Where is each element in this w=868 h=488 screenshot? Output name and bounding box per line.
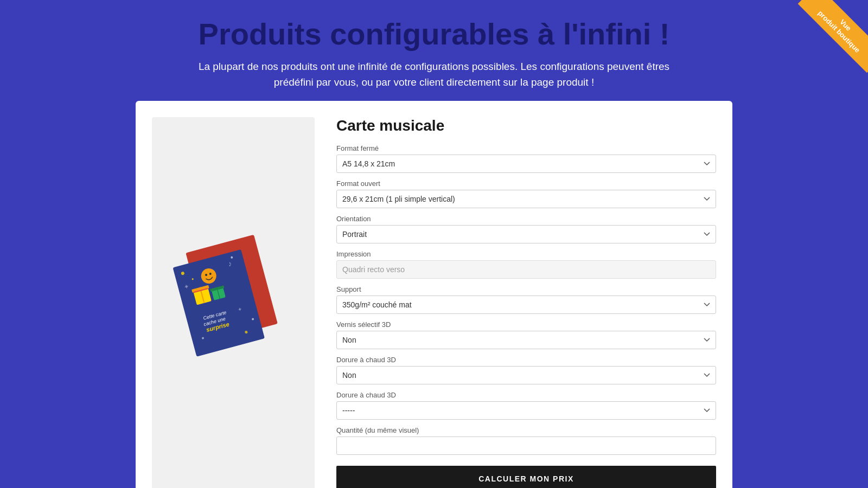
input-impression (336, 260, 716, 279)
label-dorure-3d-1: Dorure à chaud 3D (336, 356, 716, 364)
product-form: Carte musicale Format fermé A5 14,8 x 21… (336, 117, 716, 488)
select-format-ouvert[interactable]: 29,6 x 21cm (1 pli simple vertical) (336, 190, 716, 208)
field-support: Support 350g/m² couché mat (336, 285, 716, 314)
field-dorure-3d-2: Dorure à chaud 3D ----- (336, 391, 716, 420)
label-vernis-3d: Vernis sélectif 3D (336, 320, 716, 329)
label-orientation: Orientation (336, 215, 716, 223)
label-quantite: Quantité (du même visuel) (336, 426, 716, 434)
product-illustration: Cette carte cache une surprise ♪ ✦ ✦ (168, 226, 298, 383)
calculate-price-button[interactable]: CALCULER MON PRIX (336, 466, 716, 488)
select-format-ferme[interactable]: A5 14,8 x 21cm (336, 155, 716, 173)
page-subtitle: La plupart de nos produits ont une infin… (11, 59, 857, 90)
label-impression: Impression (336, 250, 716, 258)
select-orientation[interactable]: Portrait (336, 225, 716, 243)
select-support[interactable]: 350g/m² couché mat (336, 296, 716, 314)
label-dorure-3d-2: Dorure à chaud 3D (336, 391, 716, 399)
corner-ribbon-text: Vue produit boutique (798, 0, 868, 73)
field-format-ferme: Format fermé A5 14,8 x 21cm (336, 144, 716, 173)
product-card: Cette carte cache une surprise ♪ ✦ ✦ Car… (136, 101, 732, 488)
page-header: Produits configurables à l'infini ! La p… (0, 0, 868, 101)
input-quantite[interactable] (336, 436, 716, 455)
product-image-area: Cette carte cache une surprise ♪ ✦ ✦ (152, 117, 315, 488)
field-orientation: Orientation Portrait (336, 215, 716, 243)
label-format-ferme: Format fermé (336, 144, 716, 152)
select-vernis-3d[interactable]: Non (336, 331, 716, 349)
field-dorure-3d-1: Dorure à chaud 3D Non (336, 356, 716, 384)
field-vernis-3d: Vernis sélectif 3D Non (336, 320, 716, 349)
field-impression: Impression (336, 250, 716, 279)
page-title: Produits configurables à l'infini ! (11, 16, 857, 52)
product-title: Carte musicale (336, 117, 716, 134)
field-quantite: Quantité (du même visuel) (336, 426, 716, 455)
select-dorure-3d-1[interactable]: Non (336, 366, 716, 384)
label-format-ouvert: Format ouvert (336, 179, 716, 188)
select-dorure-3d-2[interactable]: ----- (336, 401, 716, 420)
product-image: Cette carte cache une surprise ♪ ✦ ✦ (152, 117, 315, 488)
label-support: Support (336, 285, 716, 293)
field-format-ouvert: Format ouvert 29,6 x 21cm (1 pli simple … (336, 179, 716, 208)
corner-ribbon: Vue produit boutique (781, 0, 868, 87)
